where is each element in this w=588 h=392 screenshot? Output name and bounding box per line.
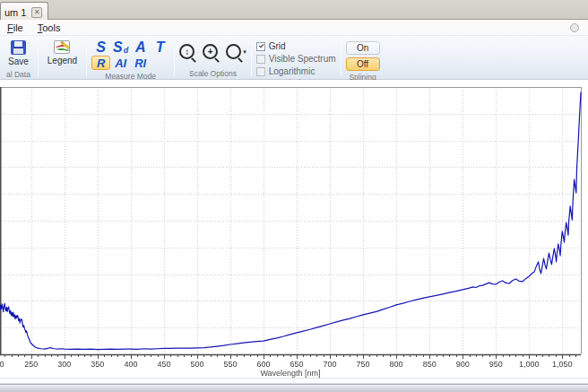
grid-checkbox[interactable]: Grid [256,41,336,51]
zoom-icon [226,44,241,59]
visible-spectrum-checkbox[interactable]: Visible Spectrum [256,54,336,64]
group-display: Grid Visible Spectrum Logarithmic Displa… [253,36,340,79]
tab-bar: um 1 ✕ [0,0,588,20]
group-legend: Legend [39,36,85,79]
app-window: um 1 ✕ File Tools Save al Data Legend [0,0,588,392]
logarithmic-checkbox[interactable]: Logarithmic [256,66,336,76]
chevron-down-icon[interactable]: ▾ [243,48,246,56]
tab-spectrum-1[interactable]: um 1 ✕ [0,2,48,20]
menu-file[interactable]: File [0,21,30,35]
mode-scope-button[interactable]: S [91,39,110,55]
group-divider [38,39,39,76]
group-divider [174,39,175,76]
zoom-options-button[interactable]: ▾ [226,44,246,59]
mode-scope-minus-dark-button[interactable]: Sd [111,39,130,55]
checkbox-unchecked-icon [256,67,265,76]
group-label-scale-options: Scale Options [189,67,237,79]
checkbox-checked-icon [256,42,265,51]
save-button[interactable]: Save [4,39,33,68]
splining-off-button[interactable]: Off [346,57,380,71]
legend-button[interactable]: Legend [43,39,82,67]
checkbox-unchecked-icon [256,55,265,64]
group-scale-options: ↕ + ▾ Scale Options [176,36,250,79]
panel-divider [0,378,588,384]
mode-absorbance-button[interactable]: A [131,39,150,55]
group-measure-mode: S Sd A T R AI RI Measure Mode [88,36,173,79]
status-bar [0,384,588,392]
close-icon[interactable]: ✕ [31,7,42,18]
chart-panel: Wavelength [nm] [0,80,588,378]
ribbon-corner-icon[interactable] [570,23,579,32]
ribbon: Save al Data Legend S Sd [0,36,588,80]
spectrum-plot[interactable] [0,80,588,378]
mode-relative-irradiance-button[interactable]: RI [131,56,150,70]
save-icon [11,40,26,55]
group-divider [251,39,252,76]
menu-bar: File Tools [0,20,588,36]
splining-on-button[interactable]: On [346,41,380,55]
menu-tools[interactable]: Tools [30,21,68,35]
measure-mode-buttons: S Sd A T R AI RI [91,39,169,70]
group-label-spectral-data: al Data [6,68,30,79]
group-divider [86,39,87,76]
scale-all-icon[interactable]: + [203,44,218,59]
tab-label: um 1 [4,7,26,18]
x-axis-label: Wavelength [nm] [0,369,581,378]
group-divider [341,39,342,76]
group-splining: On Off Splining [342,36,384,79]
scale-vertical-icon[interactable]: ↕ [179,44,195,59]
group-spectral-data: Save al Data [0,36,37,79]
mode-reflection-button[interactable]: R [91,56,110,70]
legend-icon [54,40,70,54]
mode-absolute-irradiance-button[interactable]: AI [111,56,130,70]
mode-transmission-button[interactable]: T [151,39,169,55]
